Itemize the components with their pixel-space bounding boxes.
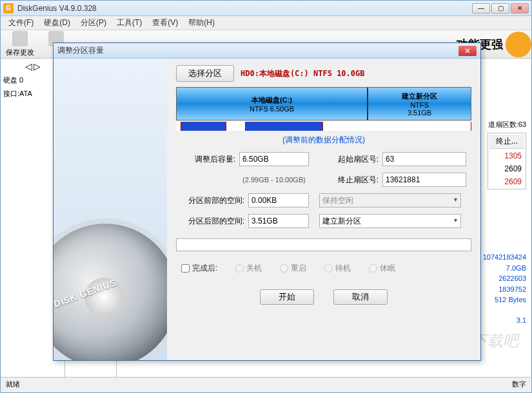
label-front-space: 分区前部的空间: — [181, 195, 244, 206]
back-action-select[interactable] — [319, 214, 461, 228]
partition-bar[interactable]: 本地磁盘(C:) NTFS 6.50GB 建立新分区 NTFS 3.51GB — [176, 87, 471, 120]
dialog-title: 调整分区容量 — [57, 45, 104, 56]
nav-prev-icon[interactable]: ◁ — [25, 61, 32, 72]
select-partition-button[interactable]: 选择分区 — [176, 65, 234, 82]
partition-seg-new[interactable]: 建立新分区 NTFS 3.51GB — [367, 88, 471, 120]
menu-help[interactable]: 帮助(H) — [183, 16, 220, 30]
opt-standby[interactable]: 待机 — [324, 263, 351, 274]
section-label: (调整前的数据分配情况) — [176, 135, 471, 146]
usage-bar — [176, 122, 471, 131]
disk-illustration — [54, 218, 167, 360]
dialog-sidebar — [54, 59, 167, 360]
status-text: 就绪 — [6, 379, 20, 389]
table-cell: 1305 — [489, 150, 524, 162]
size-range: (2.99GB - 10.00GB) — [239, 176, 309, 184]
version-info: 3.1 — [517, 316, 526, 324]
disk-stats: 10742183424 7.0GB 2622603 1839752 512 By… — [483, 252, 526, 305]
maximize-button[interactable]: ▢ — [491, 3, 509, 14]
label-end-sector: 终止扇区号: — [332, 175, 379, 186]
menu-tools[interactable]: 工具(T) — [112, 16, 147, 30]
start-button[interactable]: 开始 — [260, 289, 314, 305]
menu-file[interactable]: 文件(F) — [3, 16, 39, 30]
statusbar: 就绪 数字 — [1, 377, 531, 391]
app-icon: G — [3, 3, 14, 14]
menu-view[interactable]: 查看(V) — [147, 16, 183, 30]
close-button[interactable]: ✕ — [511, 3, 529, 14]
partition-seg-c[interactable]: 本地磁盘(C:) NTFS 6.50GB — [177, 88, 367, 120]
save-icon — [12, 31, 28, 46]
nav-next-icon[interactable]: ▷ — [34, 61, 41, 72]
start-sector-input[interactable] — [382, 152, 466, 166]
menubar: 文件(F) 硬盘(D) 分区(P) 工具(T) 查看(V) 帮助(H) — [1, 16, 531, 30]
cancel-button[interactable]: 取消 — [333, 289, 388, 305]
opt-hibernate[interactable]: 休眠 — [369, 263, 395, 274]
progress-bar — [176, 238, 471, 251]
partition-table[interactable]: 终止... 1305 2609 2609 — [488, 133, 526, 189]
dialog-titlebar[interactable]: 调整分区容量 ✕ — [54, 43, 480, 59]
opt-shutdown[interactable]: 关机 — [235, 263, 262, 274]
status-mode: 数字 — [512, 379, 526, 389]
tool-save[interactable]: 保存更改 — [5, 31, 35, 57]
label-start-sector: 起始扇区号: — [332, 154, 379, 165]
opt-restart[interactable]: 重启 — [280, 263, 306, 274]
label-back-space: 分区后部的空间: — [181, 216, 244, 227]
resize-dialog: 调整分区容量 ✕ 选择分区 HD0:本地磁盘(C:) NTFS 10.0GB 本… — [53, 43, 481, 361]
gear-icon — [506, 32, 531, 57]
col-end[interactable]: 终止... — [489, 135, 524, 149]
after-size-input[interactable] — [239, 152, 309, 166]
table-cell: 2609 — [489, 176, 524, 187]
app-title: DiskGenius V4.9.0.328 — [17, 4, 472, 13]
back-space-input[interactable] — [248, 214, 309, 228]
label-after-size: 调整后容量: — [181, 154, 235, 165]
done-checkbox[interactable]: 完成后: — [181, 263, 217, 274]
dialog-close-button[interactable]: ✕ — [458, 46, 477, 56]
minimize-button[interactable]: — — [472, 3, 490, 14]
table-cell: 2609 — [489, 163, 524, 175]
hd-label: HD0:本地磁盘(C:) NTFS 10.0GB — [241, 68, 365, 79]
end-sector-input[interactable] — [382, 173, 466, 187]
front-action-select[interactable] — [319, 193, 461, 207]
titlebar[interactable]: G DiskGenius V4.9.0.328 — ▢ ✕ — [1, 1, 531, 16]
menu-partition[interactable]: 分区(P) — [75, 16, 112, 30]
sector-count: 道扇区数:63 — [488, 120, 526, 129]
front-space-input[interactable] — [248, 193, 309, 207]
menu-disk[interactable]: 硬盘(D) — [39, 16, 75, 30]
